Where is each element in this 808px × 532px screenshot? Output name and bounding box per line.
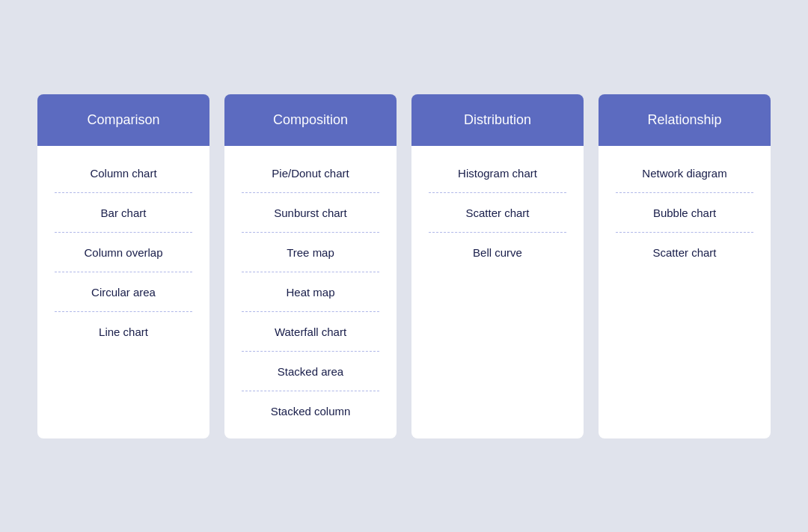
header-distribution: Distribution <box>411 94 584 146</box>
chart-item[interactable]: Heat map <box>224 272 397 312</box>
chart-item[interactable]: Pie/Donut chart <box>224 153 397 193</box>
header-comparison: Comparison <box>37 94 209 146</box>
chart-category-grid: ComparisonColumn chartBar chartColumn ov… <box>37 94 771 438</box>
chart-item[interactable]: Network diagram <box>599 153 771 193</box>
chart-item[interactable]: Bubble chart <box>599 193 771 233</box>
chart-item[interactable]: Line chart <box>37 312 209 352</box>
chart-item[interactable]: Circular area <box>37 272 209 312</box>
header-composition: Composition <box>224 94 397 146</box>
column-comparison: ComparisonColumn chartBar chartColumn ov… <box>37 94 209 438</box>
body-composition: Pie/Donut chartSunburst chartTree mapHea… <box>224 146 397 438</box>
chart-item[interactable]: Scatter chart <box>411 193 584 233</box>
chart-item[interactable]: Stacked column <box>224 391 397 431</box>
chart-item[interactable]: Column chart <box>37 153 209 193</box>
header-relationship: Relationship <box>599 94 771 146</box>
column-distribution: DistributionHistogram chartScatter chart… <box>411 94 584 438</box>
chart-item[interactable]: Tree map <box>224 233 397 272</box>
chart-item[interactable]: Waterfall chart <box>224 312 397 352</box>
chart-item[interactable]: Bar chart <box>37 193 209 233</box>
chart-item[interactable]: Scatter chart <box>599 233 771 272</box>
body-distribution: Histogram chartScatter chartBell curve <box>411 146 584 438</box>
chart-item[interactable]: Column overlap <box>37 233 209 272</box>
chart-item[interactable]: Stacked area <box>224 352 397 391</box>
column-relationship: RelationshipNetwork diagramBubble chartS… <box>599 94 771 438</box>
chart-item[interactable]: Bell curve <box>411 233 584 272</box>
column-composition: CompositionPie/Donut chartSunburst chart… <box>224 94 397 438</box>
chart-item[interactable]: Sunburst chart <box>224 193 397 233</box>
chart-item[interactable]: Histogram chart <box>411 153 584 193</box>
body-comparison: Column chartBar chartColumn overlapCircu… <box>37 146 209 438</box>
body-relationship: Network diagramBubble chartScatter chart <box>599 146 771 438</box>
